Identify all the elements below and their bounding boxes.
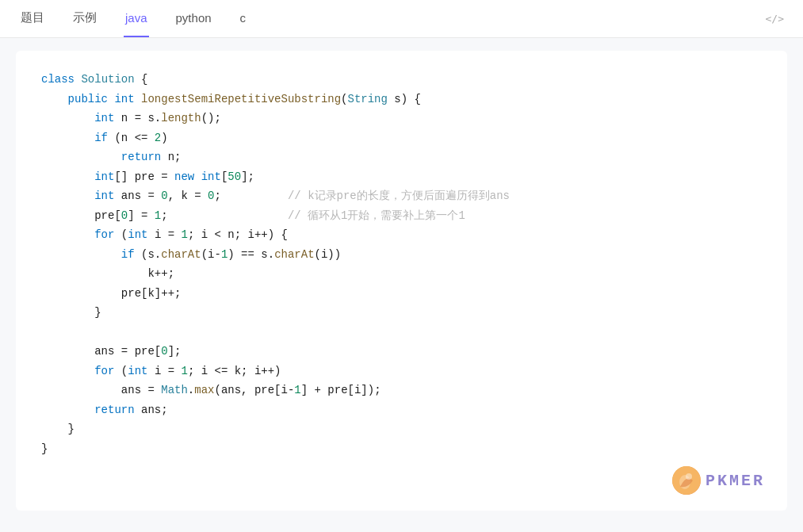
code-line-17: return ans; <box>41 400 762 420</box>
code-line-blank <box>41 323 762 343</box>
code-line-13: } <box>41 303 762 323</box>
code-line-11: k++; <box>41 264 762 284</box>
nav-item-c[interactable]: c <box>239 0 248 37</box>
code-line-1: class Solution { <box>41 70 762 90</box>
code-line-19: } <box>41 439 762 459</box>
code-line-8: pre[0] = 1; // 循环从1开始，需要补上第一个1 <box>41 206 762 226</box>
code-line-16: ans = Math.max(ans, pre[i-1] + pre[i]); <box>41 381 762 400</box>
code-line-5: return n; <box>41 147 762 167</box>
code-line-15: for (int i = 1; i <= k; i++) <box>41 362 762 381</box>
pkmer-circle-icon <box>672 466 701 495</box>
code-line-7: int ans = 0, k = 0; // k记录pre的长度，方便后面遍历得… <box>41 186 762 206</box>
nav-item-示例[interactable]: 示例 <box>71 0 98 38</box>
code-line-12: pre[k]++; <box>41 284 762 304</box>
code-toggle-icon[interactable]: </> <box>766 13 784 25</box>
code-line-9: for (int i = 1; i < n; i++) { <box>41 225 762 245</box>
code-container: class Solution { public int longestSemiR… <box>16 51 787 511</box>
pkmer-label: PKMER <box>705 467 765 495</box>
top-nav: 题目 示例 java python c </> <box>0 0 803 38</box>
nav-item-java[interactable]: java <box>124 0 149 37</box>
code-line-4: if (n <= 2) <box>41 128 762 148</box>
pkmer-logo: PKMER <box>672 466 765 495</box>
svg-point-2 <box>686 473 692 480</box>
code-line-6: int[] pre = new int[50]; <box>41 167 762 187</box>
nav-item-python[interactable]: python <box>174 0 213 37</box>
code-line-14: ans = pre[0]; <box>41 342 762 362</box>
code-line-3: int n = s.length(); <box>41 109 762 128</box>
code-line-18: } <box>41 419 762 439</box>
code-line-10: if (s.charAt(i-1) == s.charAt(i)) <box>41 245 762 265</box>
nav-item-题目[interactable]: 题目 <box>19 0 46 38</box>
code-line-2: public int longestSemiRepetitiveSubstrin… <box>41 90 762 109</box>
